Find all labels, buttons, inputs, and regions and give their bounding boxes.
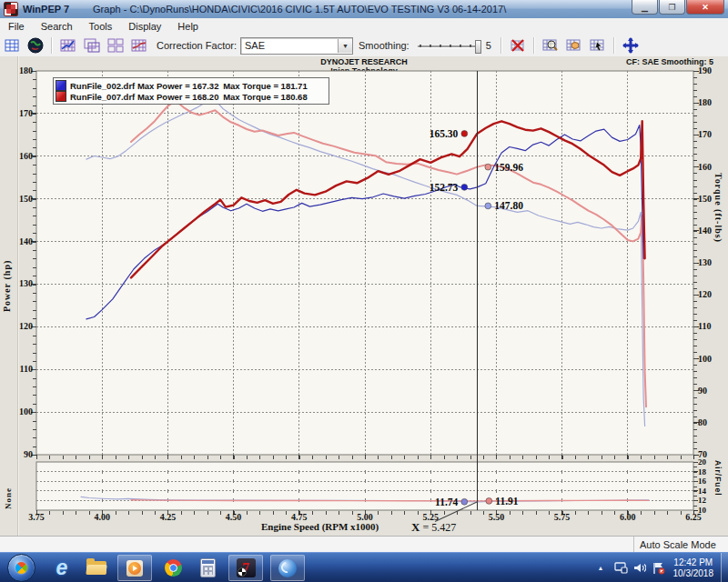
pan-graph-icon[interactable] [563,36,585,55]
cursor-x-readout: X = 5.427 [411,520,456,535]
menu-item-file[interactable]: File [0,18,33,35]
map-view-icon[interactable] [25,36,46,55]
taskbar-media-player[interactable] [117,555,152,581]
titlebar[interactable]: WinPEP 7 Graph - C:\DynoRuns\HONDA\CIVIC… [0,0,728,19]
winpep-window: WinPEP 7 Graph - C:\DynoRuns\HONDA\CIVIC… [0,0,728,582]
taskbar-ie[interactable]: e [48,556,76,580]
rpm-tick-label: 6.25 [678,513,709,522]
close-button[interactable]: ✕ [686,0,724,15]
power-tick-label: 140 [12,237,33,246]
rpm-tick-label: 3.75 [21,513,52,522]
document-title: Graph - C:\DynoRuns\HONDA\CIVIC\2016 CIV… [93,4,506,15]
network-icon[interactable] [614,562,628,574]
power-minor-ticks [33,71,36,455]
sync-app-icon [278,559,297,577]
graph-new-icon[interactable] [57,36,79,55]
statusbar: Auto Scale Mode [0,536,728,553]
af-tick-label: 14 [698,487,706,496]
power-tick-label: 110 [12,365,33,374]
rpm-tick-label: 4.00 [86,513,117,522]
rpm-tick-label: 5.50 [480,513,511,522]
legend-row: RunFile_007.drf Max Power = 168.20 Max T… [56,91,325,102]
af-cursor-value-label: 11.91 [495,496,518,507]
rpm-tick-label: 4.25 [152,513,183,522]
explorer-folder-icon [86,561,106,575]
clock-date: 10/3/2018 [673,568,714,579]
af-tick-label: 20 [698,457,706,467]
zoom-graph-icon[interactable] [540,36,561,55]
chart-page[interactable]: DYNOJET RESEARCH Injen Technology CF: SA… [0,56,728,536]
x-axis-title: Engine Speed (RPM x1000) [261,521,379,532]
torque-tick-label: 100 [698,355,712,364]
power-tick-label: 120 [12,322,33,331]
taskbar-sync-app[interactable] [270,555,305,581]
menu-item-display[interactable]: Display [120,18,169,35]
taskbar-winpep[interactable]: 7 [228,555,263,581]
legend-swatch [56,91,66,102]
torque-tick-label: 140 [698,226,712,236]
torque-minor-ticks [693,71,697,455]
calculator-icon [200,558,216,577]
select-graph-icon[interactable] [587,36,609,55]
af-tick-label: 16 [698,477,706,486]
scale-mode-pane: Auto Scale Mode [633,537,728,553]
chevron-down-icon[interactable]: ▼ [338,39,352,53]
torque-tick-label: 180 [698,98,712,107]
power-tick-label: 160 [12,152,33,161]
torque-tick-label: 170 [698,130,712,139]
show-desktop-strip[interactable] [721,553,728,582]
tray-expand-icon[interactable]: ▲ [598,565,604,571]
winpep-icon: 7 [237,558,256,577]
graph-multi-icon[interactable] [105,36,126,55]
chrome-icon [165,559,182,577]
torque-tick-label: 90 [698,386,707,396]
af-tick-label: 12 [698,496,706,505]
menu-item-help[interactable]: Help [169,18,207,35]
restore-button[interactable]: ❐ [659,0,685,15]
move-axes-icon[interactable] [620,36,642,55]
media-player-icon [126,560,143,577]
smoothing-label: Smoothing: [359,40,410,51]
graph-compare-icon[interactable] [128,36,150,55]
torque-tick-label: 80 [698,418,707,427]
clock-time: 12:42 PM [673,557,714,568]
slider-handle[interactable] [475,40,481,54]
menu-item-tools[interactable]: Tools [81,18,121,35]
taskbar-calculator[interactable] [194,556,221,580]
graph-overlay-icon[interactable] [81,36,103,55]
volume-icon[interactable] [633,562,646,574]
ie-icon: e [56,557,68,578]
power-tick-label: 150 [12,195,33,204]
legend-row: RunFile_002.drf Max Power = 167.32 Max T… [56,80,325,91]
rpm-tick-label: 4.75 [284,513,315,522]
cursor-value-label: 159.96 [494,162,523,173]
taskbar-explorer[interactable] [83,556,110,580]
torque-tick-label: 120 [698,290,712,299]
power-tick-label: 130 [12,279,33,288]
table-view-icon[interactable] [1,36,23,55]
winpep-app-icon [4,2,18,16]
correction-factor-value: SAE [241,40,338,51]
cursor-value-label: 147.80 [494,200,523,211]
torque-tick-label: 130 [698,258,712,267]
toolbar: Correction Factor: SAE ▼ Smoothing: 5 [0,35,728,57]
power-tick-label: 100 [12,407,33,416]
af-axis-title: Air/Fuel [713,460,723,518]
menu-item-search[interactable]: Search [33,18,81,35]
start-button[interactable] [7,554,35,582]
torque-tick-label: 190 [698,66,712,75]
smoothing-slider[interactable] [416,39,483,53]
menubar: FileSearchToolsDisplayHelp [0,18,728,35]
minimize-button[interactable]: ▁ [632,0,658,15]
power-axis-title: Power (hp) [2,226,12,312]
torque-axis-title: Torque (ft-lbs) [713,173,723,277]
taskbar-clock[interactable]: 12:42 PM 10/3/2018 [673,557,714,579]
legend-run-text: RunFile_002.drf Max Power = 167.32 Max T… [70,81,308,91]
taskbar-chrome[interactable] [159,556,187,580]
action-center-flag-icon[interactable] [652,562,665,575]
correction-factor-select[interactable]: SAE ▼ [240,37,353,55]
rpm-tick-label: 6.00 [612,513,643,522]
legend-box: RunFile_002.drf Max Power = 167.32 Max T… [53,77,329,105]
delete-graph-icon[interactable] [507,36,529,55]
power-tick-label: 180 [12,66,33,75]
